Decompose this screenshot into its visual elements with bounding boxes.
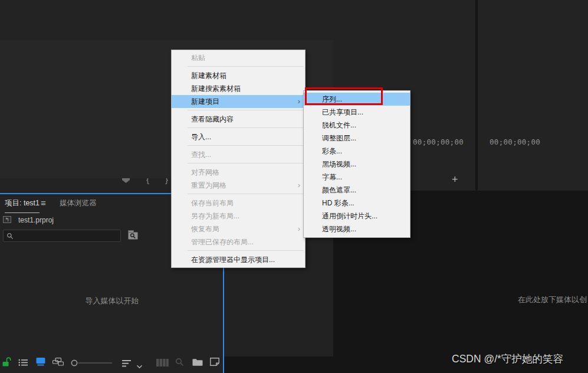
- sort-icon[interactable]: [122, 359, 132, 369]
- submenu-arrow-icon: ›: [298, 223, 300, 235]
- duration-timecode: 00;00;00;00: [413, 138, 464, 146]
- menu-separator: [188, 127, 304, 128]
- find-in-bin-icon[interactable]: [128, 230, 138, 242]
- menu-item[interactable]: 导入... ›: [172, 130, 305, 143]
- annotation-red-box: [305, 87, 383, 105]
- panel-menu-icon[interactable]: ≡: [41, 198, 46, 208]
- zoom-slider[interactable]: [71, 359, 113, 369]
- menu-item[interactable]: 粘贴 ›: [172, 51, 305, 64]
- csdn-watermark: CSDN @/*守护她的笑容: [452, 352, 563, 366]
- submenu-item[interactable]: 颜色遮罩... ›: [304, 184, 410, 197]
- filmstrip-icon: [156, 358, 169, 369]
- menu-separator: [188, 145, 304, 146]
- empty-project-hint: 导入媒体以开始: [0, 296, 224, 306]
- menu-separator: [188, 66, 304, 67]
- submenu-arrow-icon: ›: [298, 179, 300, 192]
- search-icon: [6, 233, 14, 240]
- button-editor-icon[interactable]: +: [452, 175, 458, 184]
- menu-item[interactable]: 查找... ›: [172, 148, 305, 161]
- new-bin-icon[interactable]: [192, 358, 203, 368]
- context-menu: 粘贴 › 新建素材箱 › 新建搜索素材箱 › 新建项目 › 查看隐藏内容 › 导…: [171, 50, 306, 268]
- current-timecode[interactable]: 00;00;00;00: [490, 138, 540, 146]
- menu-item[interactable]: 保存当前布局 ›: [172, 197, 305, 210]
- search-input[interactable]: [3, 230, 121, 242]
- menu-item[interactable]: 新建项目 ›: [172, 95, 305, 108]
- timeline-drop-hint: 在此处放下媒体以创: [518, 295, 587, 305]
- menu-item[interactable]: 重置为网格 ›: [172, 179, 305, 192]
- submenu-item[interactable]: 字幕... ›: [304, 171, 410, 184]
- project-file-name: test1.prproj: [18, 216, 54, 224]
- menu-item[interactable]: 在资源管理器中显示项目... ›: [172, 253, 305, 266]
- program-monitor-panel: 00;00;00;00: [478, 0, 588, 191]
- freeform-view-icon[interactable]: [52, 358, 64, 368]
- menu-item[interactable]: 对齐网格 ›: [172, 166, 305, 179]
- menu-item[interactable]: 恢复布局 ›: [172, 223, 305, 235]
- menu-separator: [188, 194, 304, 194]
- menu-item[interactable]: 另存为新布局... ›: [172, 210, 305, 223]
- search-icon: [175, 358, 184, 369]
- submenu-item[interactable]: 调整图层... ›: [304, 132, 410, 145]
- chevron-down-icon[interactable]: [136, 361, 143, 371]
- tab-project[interactable]: 项目: test1: [5, 198, 40, 213]
- menu-item[interactable]: 查看隐藏内容 ›: [172, 113, 305, 126]
- menu-item[interactable]: 新建搜索素材箱 ›: [172, 82, 305, 95]
- list-view-icon[interactable]: [18, 358, 28, 369]
- tab-media-browser[interactable]: 媒体浏览器: [60, 198, 97, 208]
- new-item-icon[interactable]: [210, 358, 219, 368]
- premiere-app-window: 00;00;00;00 00;00;00;00 { } + 00;00;00;0…: [0, 0, 588, 373]
- submenu-item[interactable]: 已共享项目... ›: [304, 106, 410, 119]
- menu-item[interactable]: 新建素材箱 ›: [172, 69, 305, 82]
- unlock-icon[interactable]: [2, 357, 11, 369]
- submenu-item[interactable]: 彩条... ›: [304, 145, 410, 158]
- submenu-item[interactable]: 通用倒计时片头... ›: [304, 210, 410, 223]
- submenu-item[interactable]: 透明视频... ›: [304, 223, 410, 235]
- new-item-submenu: 序列... › 已共享项目... › 脱机文件... › 调整图层... › 彩…: [303, 90, 410, 238]
- submenu-item[interactable]: 黑场视频... ›: [304, 158, 410, 171]
- icon-view-icon[interactable]: [36, 358, 45, 368]
- menu-separator: [188, 250, 304, 251]
- navigate-up-icon[interactable]: ↰: [3, 216, 11, 223]
- menu-separator: [188, 163, 304, 163]
- submenu-item[interactable]: HD 彩条... ›: [304, 197, 410, 210]
- submenu-item[interactable]: 脱机文件... ›: [304, 119, 410, 132]
- menu-separator: [188, 110, 304, 110]
- submenu-arrow-icon: ›: [298, 95, 300, 108]
- menu-item[interactable]: 管理已保存的布局... ›: [172, 235, 305, 248]
